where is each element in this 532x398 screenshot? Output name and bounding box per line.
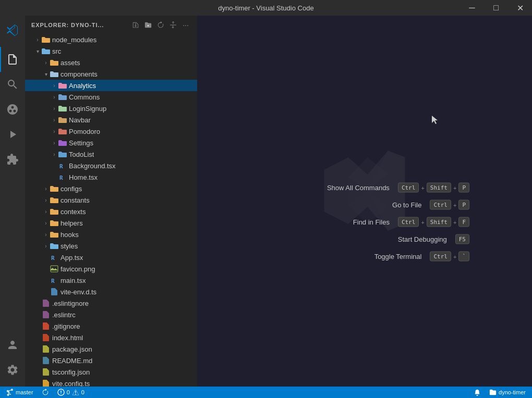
file-icon [50, 196, 58, 204]
tree-item-components[interactable]: ▾components [25, 68, 197, 80]
activity-account[interactable] [0, 332, 25, 357]
tree-item-helpers[interactable]: ›helpers [25, 217, 197, 229]
plus-5: + [453, 219, 456, 225]
new-file-button[interactable] [130, 20, 141, 30]
file-icon [42, 333, 50, 342]
file-icon [50, 58, 58, 67]
folder-arrow: › [50, 152, 58, 157]
tree-item-README.md[interactable]: README.md [25, 355, 197, 366]
activity-explorer[interactable] [0, 47, 25, 72]
folder-arrow: › [50, 83, 58, 89]
workspace-name: dyno-timer [499, 389, 526, 395]
tree-item-.eslintignore[interactable]: .eslintignore [25, 297, 197, 309]
file-icon [50, 265, 58, 273]
close-button[interactable]: ✕ [508, 0, 532, 16]
tree-item-constants[interactable]: ›constants [25, 194, 197, 206]
folder-arrow: ▾ [42, 71, 50, 77]
tree-item-Navbar[interactable]: ›Navbar [25, 114, 197, 126]
key-f5: F5 [455, 234, 469, 244]
key-p-2: P [458, 200, 469, 210]
activity-git[interactable] [0, 97, 25, 122]
branch-icon [6, 389, 14, 396]
key-ctrl-3: Ctrl [398, 217, 419, 227]
tree-item-main.tsx[interactable]: Rmain.tsx [25, 275, 197, 286]
shortcut-label-1: Go to File [392, 201, 421, 209]
file-label: Settings [69, 139, 93, 147]
tree-item-node_modules[interactable]: ›node_modules [25, 34, 197, 45]
tree-item-Settings[interactable]: ›Settings [25, 137, 197, 148]
shortcut-label-2: Find in Files [353, 218, 390, 226]
file-label: helpers [61, 219, 83, 227]
tree-item-contexts[interactable]: ›contexts [25, 206, 197, 217]
activity-debug[interactable] [0, 122, 25, 147]
svg-text:R: R [59, 163, 63, 170]
file-label: index.html [52, 334, 83, 342]
file-label: styles [61, 242, 78, 250]
file-label: assets [61, 59, 80, 67]
tree-item-src[interactable]: ▾src [25, 45, 197, 57]
editor-area: Show All Commands Ctrl + Shift + P Go to… [197, 16, 532, 387]
tree-item-Commons[interactable]: ›Commons [25, 91, 197, 103]
tree-item-assets[interactable]: ›assets [25, 57, 197, 68]
file-icon [58, 139, 67, 147]
tree-item-.gitignore[interactable]: .gitignore [25, 320, 197, 332]
folder-arrow: › [50, 129, 58, 134]
file-label: src [52, 47, 61, 55]
collapse-button[interactable] [168, 20, 178, 30]
tree-item-tsconfig.json[interactable]: tsconfig.json [25, 366, 197, 378]
refresh-button[interactable] [155, 20, 166, 30]
sidebar-actions: ··· [130, 20, 191, 30]
explorer-icon [6, 53, 19, 66]
git-branch-status[interactable]: master [4, 387, 35, 398]
key-ctrl-1: Ctrl [398, 183, 419, 193]
file-icon: R [58, 173, 67, 181]
shortcut-keys-3: F5 [455, 234, 469, 244]
svg-text:R: R [51, 278, 55, 284]
tree-item-styles[interactable]: ›styles [25, 240, 197, 252]
tree-item-index.html[interactable]: index.html [25, 332, 197, 343]
file-icon [50, 230, 58, 239]
file-icon [42, 356, 50, 365]
shortcut-keys-0: Ctrl + Shift + P [398, 183, 469, 193]
tree-item-App.tsx[interactable]: RApp.tsx [25, 252, 197, 263]
tree-item-hooks[interactable]: ›hooks [25, 229, 197, 240]
tree-item-configs[interactable]: ›configs [25, 183, 197, 194]
more-actions-button[interactable]: ··· [180, 20, 191, 30]
tree-item-Home.tsx[interactable]: RHome.tsx [25, 171, 197, 183]
folder-arrow: › [42, 209, 50, 215]
workspace-status[interactable]: dyno-timer [487, 387, 528, 398]
tree-item-Pomodoro[interactable]: ›Pomodoro [25, 126, 197, 137]
tree-item-.eslintrc[interactable]: .eslintrc [25, 309, 197, 320]
error-icon [57, 389, 65, 396]
minimize-button[interactable]: ─ [460, 0, 484, 16]
file-icon [42, 47, 50, 55]
tree-item-LoginSignup[interactable]: ›LoginSignup [25, 103, 197, 114]
tree-item-package.json[interactable]: package.json [25, 343, 197, 355]
activity-search[interactable] [0, 72, 25, 97]
tree-item-Background.tsx[interactable]: RBackground.tsx [25, 160, 197, 171]
file-label: Home.tsx [69, 173, 98, 181]
shortcut-go-to-file: Go to File Ctrl + P [392, 200, 469, 210]
tree-item-vite-env.d.ts[interactable]: vite-env.d.ts [25, 286, 197, 297]
tree-item-Analytics[interactable]: ›Analytics [25, 80, 197, 91]
activity-settings[interactable] [0, 357, 25, 382]
new-folder-button[interactable] [143, 20, 153, 30]
file-icon [42, 322, 50, 330]
sync-status[interactable] [40, 387, 51, 398]
file-icon: R [58, 161, 67, 170]
shortcut-keys-2: Ctrl + Shift + F [398, 217, 469, 227]
errors-status[interactable]: 0 0 [55, 387, 87, 398]
file-label: hooks [61, 231, 79, 239]
key-f: F [458, 217, 469, 227]
file-label: Pomodoro [69, 128, 100, 135]
branch-name: master [16, 389, 33, 395]
folder-arrow: › [42, 232, 50, 238]
activity-extensions[interactable] [0, 147, 25, 172]
file-label: vite-env.d.ts [61, 288, 96, 296]
file-label: .gitignore [52, 322, 80, 330]
tree-item-vite.config.ts[interactable]: vite.config.ts [25, 378, 197, 387]
tree-item-TodoList[interactable]: ›TodoList [25, 148, 197, 160]
maximize-button[interactable]: □ [484, 0, 508, 16]
notification-status[interactable] [471, 387, 483, 398]
tree-item-favicon.png[interactable]: favicon.png [25, 263, 197, 275]
